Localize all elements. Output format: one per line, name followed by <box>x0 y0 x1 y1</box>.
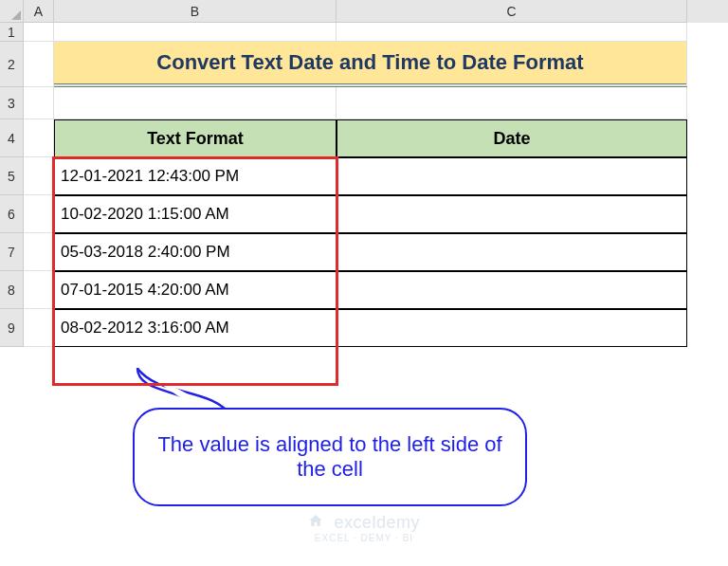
cell-C7[interactable] <box>337 233 687 271</box>
row-header-1[interactable]: 1 <box>0 23 24 42</box>
row-header-2[interactable]: 2 <box>0 42 24 87</box>
cell-B9[interactable]: 08-02-2012 3:16:00 AM <box>54 309 337 347</box>
cell-A8[interactable] <box>24 271 54 309</box>
cell-B1[interactable] <box>54 23 337 42</box>
cell-A2[interactable] <box>24 42 54 87</box>
row-3: 3 <box>0 87 728 119</box>
col-header-B[interactable]: B <box>54 0 337 23</box>
cell-B3[interactable] <box>54 87 337 119</box>
row-8: 8 07-01-2015 4:20:00 AM <box>0 271 728 309</box>
select-all-corner[interactable] <box>0 0 24 23</box>
cell-A6[interactable] <box>24 195 54 233</box>
row-header-5[interactable]: 5 <box>0 157 24 195</box>
row-header-9[interactable]: 9 <box>0 309 24 347</box>
home-icon <box>308 513 329 532</box>
row-2: 2 Convert Text Date and Time to Date For… <box>0 42 728 87</box>
row-9: 9 08-02-2012 3:16:00 AM <box>0 309 728 347</box>
cell-A5[interactable] <box>24 157 54 195</box>
callout-annotation: The value is aligned to the left side of… <box>133 408 527 506</box>
cell-A3[interactable] <box>24 87 54 119</box>
row-header-4[interactable]: 4 <box>0 119 24 157</box>
grid-rows: 1 2 Convert Text Date and Time to Date F… <box>0 23 728 347</box>
title-cell[interactable]: Convert Text Date and Time to Date Forma… <box>54 42 687 87</box>
cell-C1[interactable] <box>337 23 687 42</box>
row-1: 1 <box>0 23 728 42</box>
cell-A7[interactable] <box>24 233 54 271</box>
watermark-brand: exceldemy <box>334 513 420 532</box>
spreadsheet: A B C 1 2 Convert Text Date and Time to … <box>0 0 728 566</box>
cell-C3[interactable] <box>337 87 687 119</box>
cell-B7[interactable]: 05-03-2018 2:40:00 PM <box>54 233 337 271</box>
watermark-sub: EXCEL · DEMY · BI <box>0 533 728 543</box>
cell-A1[interactable] <box>24 23 54 42</box>
watermark: exceldemy EXCEL · DEMY · BI <box>0 513 728 543</box>
row-header-7[interactable]: 7 <box>0 233 24 271</box>
row-header-6[interactable]: 6 <box>0 195 24 233</box>
cell-B5[interactable]: 12-01-2021 12:43:00 PM <box>54 157 337 195</box>
cell-C8[interactable] <box>337 271 687 309</box>
row-6: 6 10-02-2020 1:15:00 AM <box>0 195 728 233</box>
col-header-A[interactable]: A <box>24 0 54 23</box>
cell-A9[interactable] <box>24 309 54 347</box>
row-4: 4 Text Format Date <box>0 119 728 157</box>
row-header-3[interactable]: 3 <box>0 87 24 119</box>
cell-C9[interactable] <box>337 309 687 347</box>
cell-B6[interactable]: 10-02-2020 1:15:00 AM <box>54 195 337 233</box>
cell-C5[interactable] <box>337 157 687 195</box>
row-header-8[interactable]: 8 <box>0 271 24 309</box>
cell-B8[interactable]: 07-01-2015 4:20:00 AM <box>54 271 337 309</box>
header-text-format[interactable]: Text Format <box>54 119 337 157</box>
cell-C6[interactable] <box>337 195 687 233</box>
cell-A4[interactable] <box>24 119 54 157</box>
header-date[interactable]: Date <box>337 119 687 157</box>
col-header-C[interactable]: C <box>337 0 687 23</box>
row-5: 5 12-01-2021 12:43:00 PM <box>0 157 728 195</box>
row-7: 7 05-03-2018 2:40:00 PM <box>0 233 728 271</box>
column-header-row: A B C <box>0 0 728 23</box>
